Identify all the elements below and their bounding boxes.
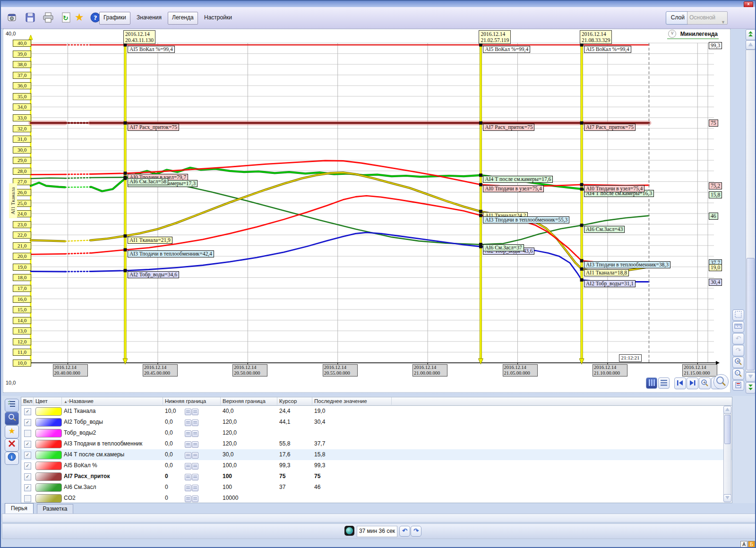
pen-enabled-checkbox[interactable]: ✓ — [24, 441, 31, 448]
pen-enabled-checkbox[interactable]: ✓ — [24, 484, 31, 491]
legend-column-1[interactable]: Вкл — [21, 397, 34, 405]
pen-color-swatch[interactable] — [35, 407, 62, 416]
bound-link-icon[interactable] — [185, 485, 191, 491]
legend-delete-button[interactable] — [5, 438, 19, 452]
keyboard-indicator-icon[interactable]: А — [740, 541, 747, 548]
legend-row-2[interactable]: ✓AI2 Тобр_воды0,0120,044,130,4 — [21, 417, 732, 428]
pen-enabled-checkbox[interactable] — [24, 495, 31, 502]
fit-view-button[interactable] — [732, 309, 744, 321]
tab-разметка[interactable]: Разметка — [37, 504, 74, 514]
trend-chart[interactable] — [3, 29, 730, 392]
pen-color-swatch[interactable] — [35, 462, 62, 470]
pen-color-swatch[interactable] — [35, 494, 62, 503]
view-button-настройки[interactable]: Настройки — [200, 12, 236, 25]
pen-color-swatch[interactable] — [35, 483, 62, 492]
bound-link-icon[interactable] — [192, 409, 198, 415]
legend-table-header[interactable]: ВклЦвет▲¹НазваниеНижняя границаВерхняя г… — [21, 397, 732, 406]
view-button-графики[interactable]: Графики — [99, 12, 130, 25]
view-vertical-bars-toggle[interactable] — [646, 377, 657, 389]
cursor-line-1[interactable] — [124, 42, 126, 362]
bound-link-icon[interactable] — [185, 452, 191, 459]
undo-button[interactable]: ↶ — [399, 526, 410, 537]
pen-enabled-checkbox[interactable] — [24, 430, 31, 437]
legend-list-button[interactable] — [5, 399, 19, 412]
legend-row-6[interactable]: ✓AI5 ВоКал %0,0100,099,399,3 — [21, 460, 732, 471]
bound-link-icon[interactable] — [192, 430, 198, 437]
scroll-down-button[interactable] — [746, 372, 756, 382]
bound-link-icon[interactable] — [192, 496, 198, 502]
pen-enabled-checkbox[interactable]: ✓ — [24, 452, 31, 459]
layer-select[interactable]: Основной ▼ — [687, 11, 728, 25]
keyboard-indicator-icon[interactable]: Б — [748, 541, 755, 548]
minilegend-header[interactable]: v Минилегенда — [668, 30, 718, 38]
report-button[interactable] — [732, 380, 744, 391]
legend-row-5[interactable]: ✓AI4 Т после см.камеры0,030,017,615,8 — [21, 449, 732, 460]
legend-column-3[interactable]: ▲¹Название — [62, 397, 163, 405]
view-button-значения[interactable]: Значения — [132, 12, 166, 25]
legend-row-8[interactable]: ✓AI6 См.Засл01003746 — [21, 482, 732, 493]
cursor-line-3[interactable] — [581, 42, 583, 362]
cursor-line-2[interactable] — [480, 42, 481, 362]
bound-link-icon[interactable] — [185, 474, 191, 480]
legend-column-6[interactable]: Курсор — [277, 397, 312, 405]
bound-link-icon[interactable] — [192, 420, 198, 426]
undo-view-button[interactable]: ↶ — [732, 333, 744, 344]
scroll-bottom-button[interactable] — [746, 382, 756, 394]
bound-link-icon[interactable] — [185, 441, 191, 448]
legend-row-7[interactable]: ✓AI7 Расх_приток01007575 — [21, 471, 732, 482]
snapshot-icon[interactable] — [6, 11, 19, 24]
search-magnifier-button[interactable] — [713, 374, 729, 389]
bound-link-icon[interactable] — [185, 409, 191, 415]
redo-button[interactable]: ↷ — [411, 526, 421, 537]
vertical-scrollbar-thumb[interactable] — [747, 258, 755, 370]
legend-info-button[interactable]: i — [5, 452, 19, 465]
bound-link-icon[interactable] — [192, 441, 198, 448]
print-icon[interactable] — [42, 11, 55, 24]
zoom-in-button[interactable]: + — [699, 377, 711, 389]
chevron-down-icon[interactable]: v — [668, 30, 676, 38]
legend-scrollbar-thumb[interactable] — [724, 415, 730, 444]
legend-column-4[interactable]: Нижняя граница — [163, 397, 221, 405]
ruler-button[interactable] — [732, 321, 744, 333]
go-last-button[interactable] — [687, 377, 698, 389]
redo-view-button[interactable]: ↷ — [732, 345, 744, 356]
pen-color-swatch[interactable] — [35, 451, 62, 459]
pen-color-swatch[interactable] — [35, 429, 62, 437]
cursor-timestamp-1[interactable]: 2016.12.1420.43.11.130 — [123, 30, 155, 44]
legend-scroll-down[interactable] — [723, 494, 731, 502]
refresh-icon[interactable]: ↻ — [60, 11, 73, 24]
bound-link-icon[interactable] — [192, 452, 198, 459]
pen-color-swatch[interactable] — [35, 418, 62, 427]
legend-favorites-button[interactable]: ★ — [5, 425, 19, 438]
legend-scrollbar[interactable] — [723, 413, 731, 496]
legend-column-2[interactable]: Цвет — [34, 397, 62, 405]
legend-scroll-up[interactable] — [723, 406, 731, 414]
legend-row-4[interactable]: ✓AI3 Тподачи в теплообменник0,0120,055,8… — [21, 438, 732, 449]
go-first-button[interactable] — [674, 377, 686, 389]
cursor-timestamp-3[interactable]: 2016.12.1421.08.33.329 — [580, 30, 612, 44]
zoom-out-y-button[interactable]: - — [732, 368, 744, 380]
scroll-up-button[interactable] — [746, 40, 756, 50]
bound-link-icon[interactable] — [192, 474, 198, 480]
zoom-in-y-button[interactable]: + — [732, 357, 744, 368]
cursor-timestamp-2[interactable]: 2016.12.1421.02.57.119 — [479, 30, 511, 44]
legend-search-button[interactable] — [5, 412, 19, 425]
bound-link-icon[interactable] — [185, 463, 191, 470]
legend-column-7[interactable]: Последнее значение — [312, 397, 392, 405]
legend-row-9[interactable]: CO2010000 — [21, 493, 732, 504]
bound-link-icon[interactable] — [192, 463, 198, 470]
bound-link-icon[interactable] — [185, 420, 191, 426]
view-list-toggle[interactable] — [658, 377, 670, 389]
view-button-легенда[interactable]: Легенда — [168, 12, 198, 25]
title-bar[interactable]: x — [1, 1, 755, 7]
favorites-icon[interactable]: ★ — [75, 11, 88, 24]
pen-enabled-checkbox[interactable]: ✓ — [24, 419, 31, 426]
bound-link-icon[interactable] — [185, 496, 191, 502]
pen-enabled-checkbox[interactable]: ✓ — [24, 408, 31, 415]
legend-row-3[interactable]: Тобр_воды20,0120,0 — [21, 428, 732, 438]
tab-перья[interactable]: Перья — [5, 503, 34, 514]
layer-button[interactable]: Слой — [666, 11, 690, 25]
pen-color-swatch[interactable] — [35, 472, 62, 481]
save-icon[interactable] — [24, 11, 37, 24]
pen-enabled-checkbox[interactable]: ✓ — [24, 462, 31, 470]
